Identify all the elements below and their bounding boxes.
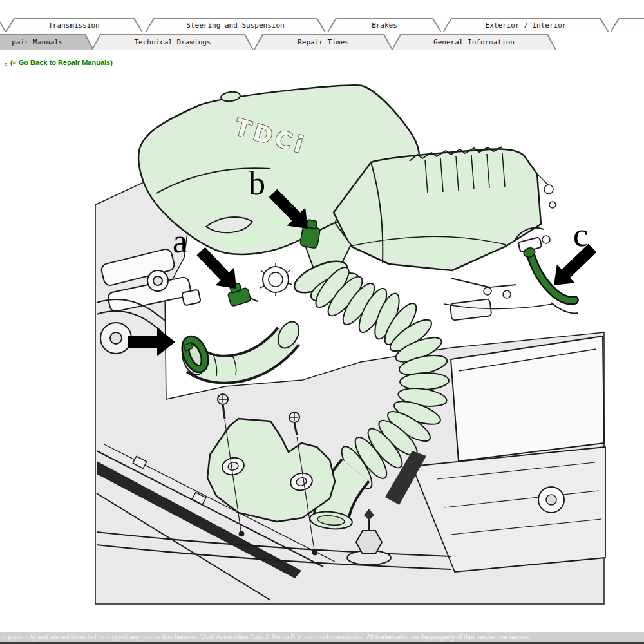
tab-face: Technical Drawings [93, 35, 252, 50]
tab-steering-and-suspension[interactable]: Steering and Suspension [145, 18, 326, 32]
tab-label: Technical Drawings [134, 38, 211, 46]
tab-face: Repair Times [255, 35, 392, 50]
back-link-prefix: c [5, 61, 8, 68]
tab-label: Brakes [372, 21, 397, 30]
tab-exterior-interior[interactable]: Exterior / Interior [442, 18, 609, 32]
tab-transmission[interactable]: Transmission [5, 18, 143, 32]
tab-face: Brakes [328, 19, 440, 32]
tab-brakes[interactable]: Brakes [327, 18, 442, 32]
tab-label: Transmission [48, 21, 99, 30]
status-bar-text: urpose only and are not intended to sugg… [2, 634, 530, 641]
status-bar: urpose only and are not intended to sugg… [0, 632, 644, 644]
tab-label: Exterior / Interior [486, 21, 567, 30]
tab-row-secondary: pair Manuals Technical Drawings Repair T… [0, 34, 644, 50]
tab-label: General Information [433, 38, 515, 46]
back-link-row: c (« Go Back to Repair Manuals) [5, 56, 113, 68]
tab-face: pair Manuals [0, 35, 93, 50]
tab-face: General Information [393, 35, 555, 50]
tab-technical-drawings[interactable]: Technical Drawings [91, 34, 254, 50]
tab-partial-right[interactable] [610, 18, 644, 32]
callout-label-c: c [573, 216, 588, 253]
callout-label-a: a [173, 223, 187, 260]
tab-general-information[interactable]: General Information [392, 34, 556, 50]
callout-label-b: b [249, 165, 265, 202]
engine-diagram: TDCi [0, 68, 644, 628]
tab-repair-times[interactable]: Repair Times [254, 34, 393, 50]
tab-repair-manuals[interactable]: pair Manuals [0, 34, 94, 50]
tab-face [611, 19, 644, 32]
tab-face: Exterior / Interior [444, 19, 608, 32]
go-back-link[interactable]: (« Go Back to Repair Manuals) [10, 59, 113, 66]
tab-row-primary: Transmission Steering and Suspension Bra… [0, 18, 644, 32]
tab-label: pair Manuals [12, 38, 62, 46]
tab-label: Repair Times [298, 38, 348, 46]
tab-face: Transmission [6, 19, 142, 32]
tab-label: Steering and Suspension [186, 21, 284, 30]
tab-face: Steering and Suspension [146, 19, 325, 32]
